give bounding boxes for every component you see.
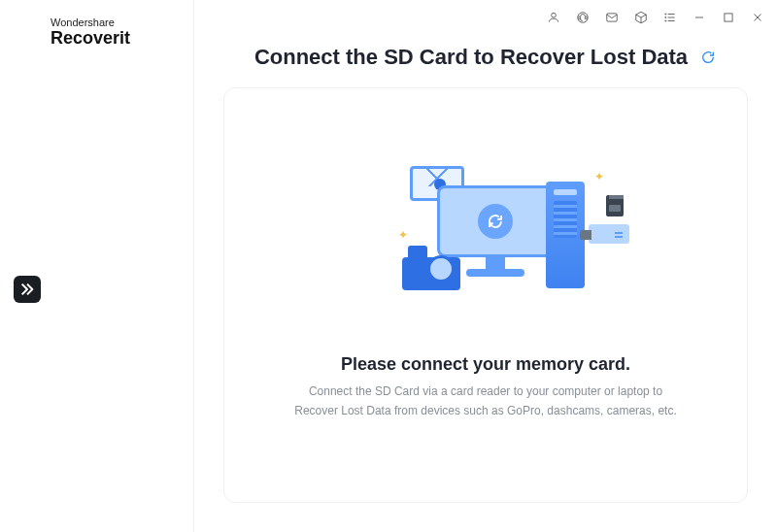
refresh-icon[interactable] — [699, 49, 717, 66]
minimize-icon[interactable] — [692, 10, 707, 25]
account-icon[interactable] — [546, 10, 561, 25]
svg-point-14 — [552, 13, 557, 17]
close-icon[interactable] — [750, 10, 765, 25]
sub-message-line: Connect the SD Card via a card reader to… — [309, 384, 662, 398]
brand-subtitle: Wondershare — [51, 17, 130, 29]
main: Connect the SD Card to Recover Lost Data… — [194, 0, 777, 532]
svg-rect-18 — [607, 14, 618, 21]
brand-title: Recoverit — [51, 29, 130, 532]
sub-message-line: Recover Lost Data from devices such as G… — [294, 404, 677, 417]
brand-logo-icon — [14, 276, 41, 303]
content-panel: ✦ ✦ Please connect your memory card. Con… — [223, 87, 748, 503]
sidebar: Wondershare Recoverit File Recover Hard … — [0, 0, 194, 532]
svg-point-22 — [665, 14, 666, 15]
menu-icon[interactable] — [662, 10, 678, 25]
page-title: Connect the SD Card to Recover Lost Data — [254, 45, 688, 70]
sparkle-icon: ✦ — [594, 170, 604, 183]
usb-icon — [589, 224, 629, 244]
brand: Wondershare Recoverit — [0, 0, 193, 532]
svg-rect-17 — [585, 17, 587, 19]
main-message: Please connect your memory card. — [341, 354, 630, 375]
svg-rect-26 — [725, 14, 732, 21]
cube-icon[interactable] — [633, 10, 649, 25]
sparkle-icon: ✦ — [398, 228, 408, 242]
svg-point-23 — [665, 17, 666, 17]
sdcard-icon — [606, 195, 624, 216]
page-title-row: Connect the SD Card to Recover Lost Data — [194, 29, 777, 87]
illustration: ✦ ✦ — [340, 160, 631, 325]
mail-icon[interactable] — [604, 10, 620, 25]
svg-rect-16 — [579, 17, 581, 19]
svg-point-24 — [665, 20, 666, 21]
maximize-icon[interactable] — [721, 10, 736, 25]
tower-icon — [546, 182, 585, 288]
brand-text: Wondershare Recoverit — [51, 17, 130, 532]
support-icon[interactable] — [575, 10, 591, 25]
camera-icon — [402, 249, 460, 290]
topbar — [194, 0, 777, 29]
sub-message: Connect the SD Card via a card reader to… — [294, 382, 677, 419]
